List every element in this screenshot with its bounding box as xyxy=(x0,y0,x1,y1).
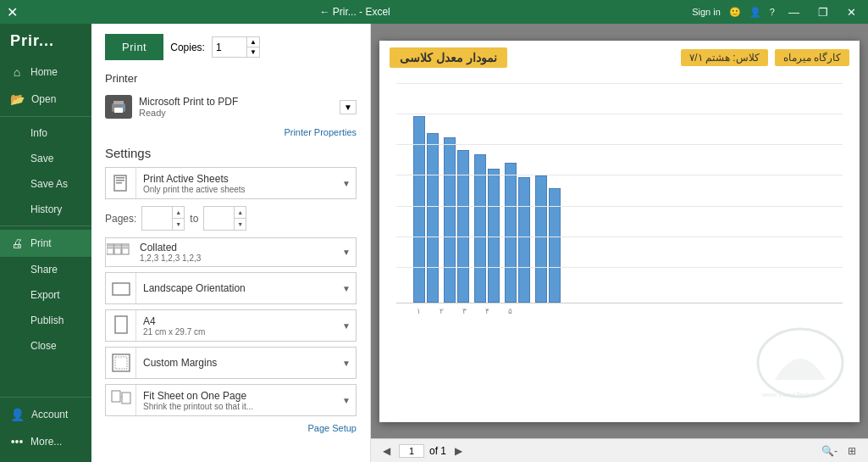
class-badge: کلاس: هشتم ۷/۱ xyxy=(681,49,767,66)
bar-group-1 xyxy=(413,116,439,303)
title-bar: ✕ ← Prir... - Excel Sign in 🙂 👤 ? — ❐ ✕ xyxy=(0,0,868,24)
sign-in-link[interactable]: Sign in xyxy=(692,7,721,17)
minimize-button[interactable]: — xyxy=(783,4,804,20)
pages-to-input[interactable] xyxy=(204,211,234,226)
prev-page-button[interactable]: ◀ xyxy=(379,443,394,459)
sidebar-logo: Prir... xyxy=(0,24,91,58)
setting-row-paper[interactable]: A4 21 cm x 29.7 cm ▼ xyxy=(105,309,357,342)
orientation-dropdown-arrow[interactable]: ▼ xyxy=(337,284,356,293)
page-setup-link[interactable]: Page Setup xyxy=(105,423,357,433)
current-page-input[interactable] xyxy=(399,444,424,458)
sidebar-item-info[interactable]: Info xyxy=(0,120,91,146)
sidebar-item-more[interactable]: ••• More... xyxy=(0,428,91,455)
setting-text-fit: Fit Sheet on One Page Shrink the printou… xyxy=(136,387,337,415)
sidebar-item-open[interactable]: 📂 Open xyxy=(0,86,91,113)
zoom-out-button[interactable]: 🔍- xyxy=(818,443,841,459)
nav-controls: ◀ of 1 ▶ xyxy=(379,443,466,459)
bar-group-2 xyxy=(444,137,469,303)
setting-row-sheets[interactable]: Print Active Sheets Only print the activ… xyxy=(105,167,357,199)
print-button[interactable]: Print xyxy=(105,34,163,60)
pages-to-up[interactable]: ▲ xyxy=(235,207,246,219)
home-icon: ⌂ xyxy=(10,65,24,79)
svg-rect-21 xyxy=(112,391,120,402)
fit-page-icon xyxy=(106,385,136,415)
sidebar-label-home: Home xyxy=(30,66,58,78)
sidebar-item-history[interactable]: History xyxy=(0,197,91,222)
bar-3-2 xyxy=(488,169,500,303)
zoom-controls: 🔍- ⊞ xyxy=(818,443,860,459)
setting-sub-sheets: Only print the active sheets xyxy=(143,185,330,194)
print-btn-container: Print Copies: ▲ ▼ xyxy=(105,34,357,60)
pages-to-down[interactable]: ▼ xyxy=(235,219,246,230)
sidebar-item-home[interactable]: ⌂ Home xyxy=(0,58,91,86)
person-icon: 👤 xyxy=(749,7,761,18)
setting-main-margins: Custom Margins xyxy=(143,357,330,369)
restore-button[interactable]: ❐ xyxy=(813,4,833,20)
sidebar-item-publish[interactable]: Publish xyxy=(0,308,91,333)
bar-group-3 xyxy=(474,154,500,303)
collate-icon xyxy=(106,241,133,264)
sidebar-label-history: History xyxy=(30,203,62,215)
svg-rect-17 xyxy=(113,283,130,295)
bar-4-2 xyxy=(518,177,530,303)
sidebar-label-print: Print xyxy=(30,237,52,249)
setting-row-margins[interactable]: Custom Margins ▼ xyxy=(105,347,357,379)
svg-text:www.VianaTech.ir: www.VianaTech.ir xyxy=(761,391,815,398)
setting-row-orientation[interactable]: Landscape Orientation ▼ xyxy=(105,272,357,304)
pages-label: Pages: xyxy=(105,213,136,225)
next-page-button[interactable]: ▶ xyxy=(451,443,466,459)
sidebar-item-save[interactable]: Save xyxy=(0,146,91,171)
svg-rect-7 xyxy=(116,182,122,184)
title-bar-right: Sign in 🙂 👤 ? — ❐ ✕ xyxy=(692,4,861,20)
sidebar-item-share[interactable]: Share xyxy=(0,257,91,282)
sidebar-label-more: More... xyxy=(30,436,62,448)
zoom-in-button[interactable]: ⊞ xyxy=(844,443,860,459)
svg-rect-18 xyxy=(115,316,127,333)
x-label-4: ۴ xyxy=(485,307,489,315)
copies-down-arrow[interactable]: ▼ xyxy=(247,47,259,57)
fit-dropdown-arrow[interactable]: ▼ xyxy=(337,396,356,405)
sheets-dropdown-arrow[interactable]: ▼ xyxy=(337,179,356,188)
svg-rect-10 xyxy=(108,248,113,248)
account-icon: 👤 xyxy=(10,408,25,421)
copies-up-arrow[interactable]: ▲ xyxy=(247,37,259,47)
sidebar-item-close[interactable]: Close xyxy=(0,333,91,359)
collated-dropdown-arrow[interactable]: ▼ xyxy=(337,248,356,257)
bar-2-2 xyxy=(457,150,469,303)
setting-main-sheets: Print Active Sheets xyxy=(143,173,330,185)
sidebar-item-account[interactable]: 👤 Account xyxy=(0,401,91,428)
setting-text-margins: Custom Margins xyxy=(136,353,337,372)
content-area: Print Copies: ▲ ▼ Printer xyxy=(91,24,868,462)
printer-dropdown-btn[interactable]: ▼ xyxy=(340,100,357,114)
pages-from-input[interactable] xyxy=(142,211,172,226)
margins-icon xyxy=(106,348,136,378)
sidebar-item-saveas[interactable]: Save As xyxy=(0,171,91,197)
open-icon: 📂 xyxy=(10,92,25,106)
main-container: Prir... ⌂ Home 📂 Open Info Save Save As … xyxy=(0,24,868,462)
printer-status: Ready xyxy=(139,108,333,118)
sidebar-divider-3 xyxy=(0,397,91,398)
bar-2-1 xyxy=(444,137,456,303)
sheets-icon xyxy=(106,168,136,198)
paper-dropdown-arrow[interactable]: ▼ xyxy=(337,321,356,331)
sidebar-item-print[interactable]: 🖨 Print xyxy=(0,230,91,257)
chart-bars xyxy=(396,83,843,303)
sidebar-item-export[interactable]: Export xyxy=(0,282,91,308)
smiley-icon: 🙂 xyxy=(729,7,741,18)
setting-main-paper: A4 xyxy=(143,315,330,327)
setting-sub-collated: 1,2,3 1,2,3 1,2,3 xyxy=(140,253,330,263)
close-button[interactable]: ✕ xyxy=(842,4,861,20)
printer-properties-link[interactable]: Printer Properties xyxy=(105,127,357,137)
copies-input[interactable] xyxy=(213,39,246,56)
setting-row-collated[interactable]: Collated 1,2,3 1,2,3 1,2,3 ▼ xyxy=(105,237,357,267)
printer-info: Microsoft Print to PDF Ready xyxy=(139,96,333,118)
x-label-2: ۲ xyxy=(440,307,444,315)
setting-main-collated: Collated xyxy=(140,242,330,253)
print-panel: Print Copies: ▲ ▼ Printer xyxy=(91,24,371,462)
pages-from-up[interactable]: ▲ xyxy=(173,207,184,219)
pages-from-down[interactable]: ▼ xyxy=(173,219,184,230)
svg-rect-9 xyxy=(108,245,113,246)
setting-row-fit[interactable]: Fit Sheet on One Page Shrink the printou… xyxy=(105,384,357,416)
printer-section-label: Printer xyxy=(105,72,357,85)
margins-dropdown-arrow[interactable]: ▼ xyxy=(337,359,356,368)
